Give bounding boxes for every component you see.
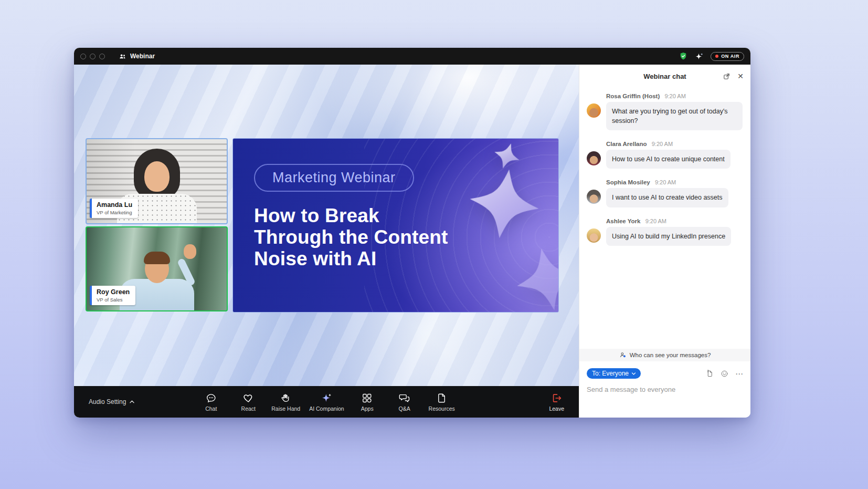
webinar-window: Webinar ON AIR [74,48,750,418]
avatar [587,103,601,118]
close-icon[interactable]: ✕ [737,72,744,80]
chevron-up-icon [129,400,135,404]
leave-button[interactable]: Leave [549,392,564,412]
window-maximize-button[interactable] [99,54,105,59]
message-bubble: How to use AI to create unique content [606,150,731,169]
message-time: 9:20 AM [664,93,685,99]
message-input[interactable] [587,386,743,393]
name-tag-amanda: Amanda Lu VP of Marketing [90,199,138,218]
slide-title: How to Break Through the Content Noise w… [254,205,448,269]
participant-placeholder [184,244,196,259]
slide-title-line: Through the Content [254,226,448,248]
participant-name: Roy Green [97,288,130,296]
recipient-selector[interactable]: To: Everyone [587,368,641,379]
video-tile-roy[interactable]: Roy Green VP of Sales [86,226,228,311]
audio-setting-label: Audio Setting [89,398,126,405]
toolbar-apps-button[interactable]: Apps [353,392,382,412]
ai-companion-sparkle-icon[interactable] [695,52,704,61]
toolbar-qa-button[interactable]: Q&A [390,392,419,412]
message-body: Clara Arellano 9:20 AM How to use AI to … [606,141,731,169]
privacy-note-label: Who can see your messages? [630,352,711,358]
avatar [587,190,601,204]
compose-icons: ⋯ [706,370,743,378]
toolbar-label: Resources [429,405,455,412]
chat-panel: Webinar chat ✕ Rosa Griffin (Host) 9 [579,65,750,418]
meeting-toolbar: Audio Setting Chat [74,386,579,418]
compose-toolbar: To: Everyone [587,368,743,379]
toolbar-react-button[interactable]: React [234,392,262,412]
chat-message: Clara Arellano 9:20 AM How to use AI to … [587,141,743,169]
slide-badge: Marketing Webinar [254,164,414,192]
raised-hand-icon [280,392,292,404]
on-air-dot-icon [715,55,718,58]
message-bubble: I want to use AI to create video assets [606,188,728,207]
main-area: Amanda Lu VP of Marketing Roy Green [74,65,579,418]
on-air-badge: ON AIR [711,52,744,61]
toolbar-ai-companion-button[interactable]: AI Companion [309,392,344,412]
chat-message: Rosa Griffin (Host) 9:20 AM What are you… [587,93,743,130]
chat-message: Ashlee York 9:20 AM Using AI to build my… [587,218,743,246]
window-controls [80,54,105,59]
recipient-label: To: Everyone [592,370,629,377]
apps-grid-icon [362,392,373,404]
file-attach-icon[interactable] [706,370,714,378]
slide-star-shape [511,242,559,313]
video-tile-amanda[interactable]: Amanda Lu VP of Marketing [86,138,228,224]
participant-role: VP of Sales [97,297,130,303]
participant-placeholder [144,252,170,264]
toolbar-chat-button[interactable]: Chat [197,392,225,412]
emoji-icon[interactable] [721,370,728,378]
message-time: 9:20 AM [655,179,676,185]
toolbar-resources-button[interactable]: Resources [428,392,456,412]
message-meta: Clara Arellano 9:20 AM [606,141,731,147]
message-body: Rosa Griffin (Host) 9:20 AM What are you… [606,93,743,130]
heart-icon [242,392,254,404]
qa-bubbles-icon [399,392,410,404]
message-body: Ashlee York 9:20 AM Using AI to build my… [606,218,731,246]
audio-setting-button[interactable]: Audio Setting [89,398,135,405]
message-bubble: Using AI to build my LinkedIn presence [606,227,731,246]
avatar [587,228,601,243]
presentation-slide: Marketing Webinar How to Break Through t… [232,138,559,313]
window-title: Webinar [130,53,155,60]
chat-message: Sophia Mosiley 9:20 AM I want to use AI … [587,179,743,207]
message-author: Sophia Mosiley [606,179,650,185]
pop-out-icon[interactable] [723,72,731,80]
slide-title-line: How to Break [254,205,448,226]
desktop-background: { "window": { "title": "Webinar", "on_ai… [0,0,868,489]
message-meta: Ashlee York 9:20 AM [606,218,731,224]
slide-star-shape [465,164,543,243]
chat-bubble-icon [205,392,217,404]
window-title-group: Webinar [119,53,155,60]
message-time: 9:20 AM [645,218,666,224]
security-shield-icon[interactable] [679,51,688,61]
message-time: 9:20 AM [652,141,673,147]
message-bubble: What are you trying to get out of today'… [606,102,743,130]
more-options-icon[interactable]: ⋯ [735,370,743,378]
webinar-people-icon [119,53,126,60]
chat-message-list[interactable]: Rosa Griffin (Host) 9:20 AM What are you… [579,88,750,349]
message-author: Rosa Griffin (Host) [606,93,660,99]
chat-compose-area: To: Everyone [579,361,750,418]
window-minimize-button[interactable] [90,54,96,59]
slide-title-line: Noise with AI [254,248,448,269]
toolbar-label: React [241,405,256,412]
toolbar-center-group: Chat React [197,392,456,412]
chat-panel-title: Webinar chat [643,72,686,80]
chat-header: Webinar chat ✕ [579,65,750,88]
message-privacy-link[interactable]: Who can see your messages? [579,349,750,361]
message-meta: Rosa Griffin (Host) 9:20 AM [606,93,743,99]
ai-sparkle-icon [321,392,332,404]
window-titlebar: Webinar ON AIR [74,48,750,65]
titlebar-status-group: ON AIR [679,51,744,61]
toolbar-label: Chat [205,405,217,412]
audience-icon [619,351,627,359]
participant-placeholder [144,161,170,192]
resources-document-icon [436,392,448,404]
toolbar-raise-hand-button[interactable]: Raise Hand [271,392,300,412]
window-close-button[interactable] [80,54,86,59]
toolbar-label: AI Companion [309,405,344,412]
chevron-down-icon [631,372,636,376]
message-author: Clara Arellano [606,141,647,147]
toolbar-label: Raise Hand [271,405,300,412]
